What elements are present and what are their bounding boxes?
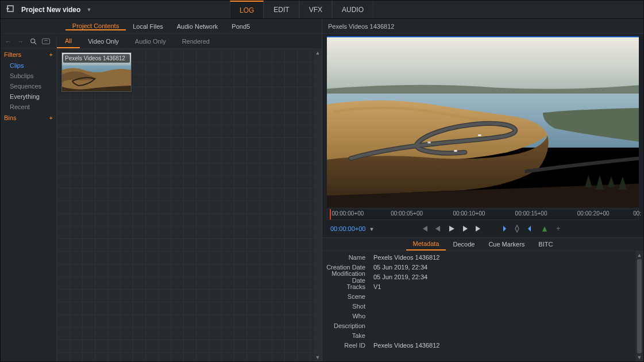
filter-tab-rendered[interactable]: Rendered: [174, 34, 218, 48]
meta-value[interactable]: Pexels Videos 1436812: [371, 254, 439, 261]
mark-in-icon[interactable]: [499, 224, 508, 233]
svg-rect-5: [478, 134, 481, 136]
sidebar-item-everything[interactable]: Everything: [1, 91, 56, 102]
source-tab-pond5[interactable]: Pond5: [225, 23, 257, 30]
meta-row: Reel IDPexels Videos 1436812: [322, 340, 635, 350]
step-back-icon[interactable]: [433, 224, 442, 233]
timeline-tick: 00:00:20+00: [576, 210, 610, 217]
add-filter-icon[interactable]: +: [49, 51, 53, 58]
add-marker-icon[interactable]: [540, 224, 549, 233]
scroll-up-icon[interactable]: ▲: [637, 252, 642, 258]
clip-grid-scrollbar[interactable]: ▲ ▼: [314, 49, 322, 361]
meta-tab-bitc[interactable]: BITC: [531, 238, 560, 251]
filter-tab-audio-only[interactable]: Audio Only: [127, 34, 174, 48]
source-tab-row: Project Contents Local Files Audio Netwo…: [1, 19, 322, 34]
filters-heading[interactable]: Filters +: [1, 49, 56, 60]
meta-tab-cue-markers[interactable]: Cue Markers: [481, 238, 531, 251]
meta-value[interactable]: 05 Jun 2019, 22:34: [371, 274, 427, 280]
meta-row: Description: [322, 321, 635, 330]
timeline-tick: 00:00:05+00: [390, 210, 423, 217]
meta-value[interactable]: 05 Jun 2019, 22:34: [371, 264, 427, 271]
step-forward-icon[interactable]: [461, 224, 470, 233]
sidebar-item-sequences[interactable]: Sequences: [1, 81, 56, 91]
scrollbar-thumb[interactable]: [637, 259, 642, 353]
transport-bar: 00:00:00+00▼ +: [327, 221, 639, 236]
clip-thumbnail-label: Pexels Videos 1436812: [63, 54, 130, 63]
sidebar-item-clips[interactable]: Clips: [1, 60, 56, 71]
project-panel: Project Contents Local Files Audio Netwo…: [1, 19, 322, 361]
content-filter-row: All Video Only Audio Only Rendered: [57, 34, 322, 49]
play-icon[interactable]: [447, 224, 456, 233]
meta-tab-metadata[interactable]: Metadata: [406, 238, 446, 251]
meta-row: Take: [322, 330, 635, 340]
preview-title: Pexels Videos 1436812: [322, 19, 643, 34]
scroll-down-icon[interactable]: ▼: [315, 355, 321, 360]
meta-row: NamePexels Videos 1436812: [322, 252, 635, 262]
metadata-tab-row: Metadata Decode Cue Markers BITC: [322, 237, 643, 251]
filter-tab-all[interactable]: All: [57, 34, 80, 48]
svg-rect-7: [427, 141, 430, 143]
timeline-tick: 00:: [632, 210, 641, 217]
add-icon[interactable]: +: [554, 224, 563, 233]
source-tab-project-contents[interactable]: Project Contents: [65, 22, 126, 30]
back-to-launch-icon[interactable]: [6, 5, 16, 14]
svg-rect-6: [454, 150, 457, 152]
nav-back-icon[interactable]: ←: [4, 37, 12, 45]
tab-edit[interactable]: EDIT: [264, 1, 299, 18]
workspace-tabs: LOG EDIT VFX AUDIO: [230, 1, 373, 18]
timecode-menu-icon[interactable]: ▼: [369, 226, 374, 232]
meta-row: TracksV1: [322, 282, 635, 291]
project-title[interactable]: Project New video: [21, 6, 80, 14]
viewer-timeline[interactable]: 00:00:00+00 00:00:05+00 00:00:10+00 00:0…: [327, 209, 639, 220]
timeline-tick: 00:00:15+00: [514, 210, 547, 217]
timeline-tick: 00:00:10+00: [452, 210, 485, 217]
nav-forward-icon[interactable]: →: [17, 37, 25, 45]
filters-sidebar: ← → Filters + Clips Subclips Sequences E…: [1, 34, 57, 361]
video-viewer[interactable]: [327, 36, 639, 207]
meta-row: Who: [322, 311, 635, 321]
meta-row: Scene: [322, 291, 635, 301]
tab-audio[interactable]: AUDIO: [332, 1, 373, 18]
mark-out-icon[interactable]: [526, 224, 535, 233]
meta-row: Modification Date05 Jun 2019, 22:34: [322, 272, 635, 282]
source-tab-audio-network[interactable]: Audio Network: [170, 23, 225, 30]
top-bar: Project New video ▼ LOG EDIT VFX AUDIO: [1, 1, 643, 19]
meta-value[interactable]: Pexels Videos 1436812: [371, 342, 439, 349]
tab-log[interactable]: LOG: [230, 1, 264, 18]
bins-heading[interactable]: Bins +: [1, 112, 56, 124]
clip-grid[interactable]: Pexels Videos 1436812: [57, 49, 314, 361]
meta-row: Shot: [322, 301, 635, 311]
go-to-start-icon[interactable]: [419, 224, 429, 233]
timeline-tick: 00:00:00+00: [330, 210, 364, 217]
scroll-up-icon[interactable]: ▲: [315, 50, 321, 56]
scroll-down-icon[interactable]: ▼: [637, 355, 642, 360]
clear-marks-icon[interactable]: [512, 224, 522, 233]
viewer-panel: Pexels Videos 1436812: [322, 19, 643, 361]
keyboard-icon[interactable]: [42, 37, 50, 45]
sidebar-item-recent[interactable]: Recent: [1, 102, 56, 112]
filter-tab-video-only[interactable]: Video Only: [80, 34, 127, 48]
metadata-table: NamePexels Videos 1436812 Creation Date0…: [322, 251, 635, 361]
metadata-scrollbar[interactable]: ▲ ▼: [635, 251, 643, 361]
meta-tab-decode[interactable]: Decode: [446, 238, 481, 251]
project-menu-chevron-icon[interactable]: ▼: [86, 7, 91, 13]
add-bin-icon[interactable]: +: [49, 114, 53, 121]
tab-vfx[interactable]: VFX: [299, 1, 332, 18]
sidebar-item-subclips[interactable]: Subclips: [1, 71, 56, 81]
search-icon[interactable]: [29, 37, 37, 45]
svg-point-0: [31, 38, 35, 43]
meta-value[interactable]: V1: [371, 283, 381, 290]
current-timecode[interactable]: 00:00:00+00▼: [327, 225, 377, 232]
clip-thumbnail[interactable]: Pexels Videos 1436812: [61, 52, 132, 92]
go-to-end-icon[interactable]: [475, 224, 484, 233]
source-tab-local-files[interactable]: Local Files: [126, 23, 170, 30]
